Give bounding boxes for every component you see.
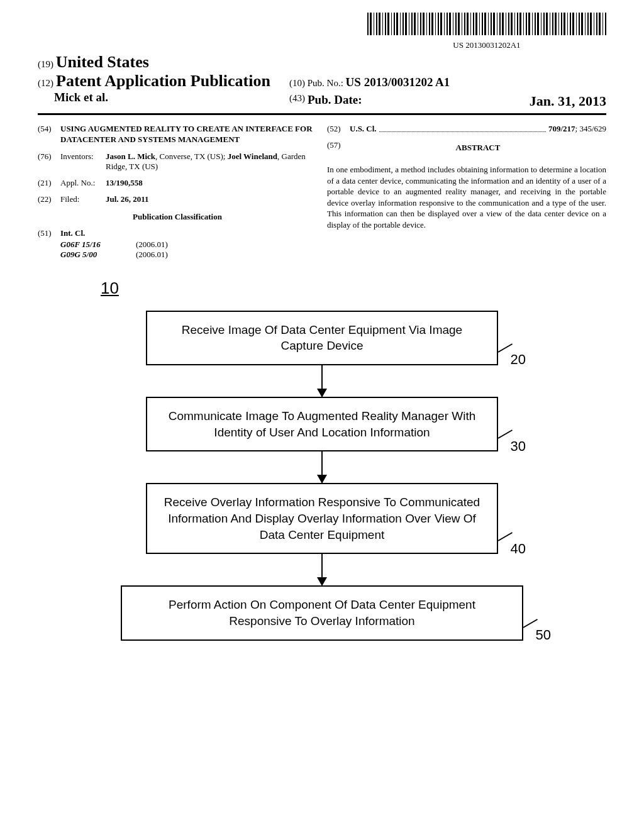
inventors-content: Jason L. Mick, Converse, TX (US); Joel W… <box>106 152 317 172</box>
flow-box-20: Receive Image Of Data Center Equipment V… <box>146 311 498 365</box>
intcl-list: G06F 15/16 (2006.01) G09G 5/00 (2006.01) <box>60 240 317 260</box>
flow-box-text: Perform Action On Component Of Data Cent… <box>169 598 475 628</box>
header-country-line: (19) United States <box>38 53 606 72</box>
flow-box-text: Receive Image Of Data Center Equipment V… <box>182 323 462 353</box>
filed-field: (22) Filed: Jul. 26, 2011 <box>38 194 317 204</box>
invention-title: USING AUGMENTED REALITY TO CREATE AN INT… <box>60 124 317 145</box>
field-52-num: (52) <box>327 124 350 134</box>
intcl-year: (2006.01) <box>136 250 168 260</box>
inventor-1-loc: , Converse, TX (US); <box>155 152 228 161</box>
flow-box-text: Receive Overlay Information Responsive T… <box>164 495 480 541</box>
field-12-num: (12) <box>38 78 53 88</box>
flow-ref-40: 40 <box>511 540 526 558</box>
field-10-num: (10) <box>289 78 305 88</box>
title-field: (54) USING AUGMENTED REALITY TO CREATE A… <box>38 124 317 145</box>
bibliographic-section: (54) USING AUGMENTED REALITY TO CREATE A… <box>38 124 606 260</box>
inventor-1-name: Jason L. Mick <box>106 152 155 161</box>
flow-box-30: Communicate Image To Augmented Reality M… <box>146 397 498 451</box>
uscl-field: (52) U.S. Cl. 709/217; 345/629 <box>327 124 606 134</box>
field-19-num: (19) <box>38 59 53 69</box>
inventors-label: Inventors: <box>60 152 106 172</box>
field-51-num: (51) <box>38 228 60 238</box>
intcl-row: G09G 5/00 (2006.01) <box>60 250 317 260</box>
header-doctype-line: (12) Patent Application Publication (10)… <box>38 72 606 91</box>
filed-value: Jul. 26, 2011 <box>106 194 317 204</box>
field-57-num: (57) <box>327 140 350 164</box>
figure-area: 10 Receive Image Of Data Center Equipmen… <box>38 279 606 641</box>
intcl-label: Int. Cl. <box>60 228 317 238</box>
appl-no-label: Appl. No.: <box>60 178 106 188</box>
intcl-code: G06F 15/16 <box>60 240 136 250</box>
divider-rule <box>38 113 606 115</box>
barcode-graphic <box>367 13 606 35</box>
intcl-field: (51) Int. Cl. <box>38 228 317 238</box>
abstract-text: In one embodiment, a method includes obt… <box>327 164 606 230</box>
field-21-num: (21) <box>38 178 60 188</box>
intcl-year: (2006.01) <box>136 240 168 250</box>
author-names: Mick et al. <box>38 91 108 104</box>
field-76-num: (76) <box>38 152 60 172</box>
biblio-right-column: (52) U.S. Cl. 709/217; 345/629 (57) ABST… <box>327 124 606 260</box>
flow-box-text: Communicate Image To Augmented Reality M… <box>169 409 476 439</box>
flow-box-50: Perform Action On Component Of Data Cent… <box>121 585 523 640</box>
flow-box-40: Receive Overlay Information Responsive T… <box>146 483 498 554</box>
appl-no-value: 13/190,558 <box>106 178 317 188</box>
field-22-num: (22) <box>38 194 60 204</box>
country-name: United States <box>56 53 149 71</box>
flow-ref-30: 30 <box>511 437 526 456</box>
pub-no-value: US 2013/0031202 A1 <box>346 75 450 89</box>
inventor-2-name: Joel Wineland <box>228 152 277 161</box>
flow-arrow <box>321 554 323 585</box>
pub-date-value: Jan. 31, 2013 <box>530 93 606 109</box>
field-54-num: (54) <box>38 124 60 145</box>
flow-ref-50: 50 <box>536 626 551 645</box>
doc-type: Patent Application Publication <box>56 72 270 90</box>
appl-no-field: (21) Appl. No.: 13/190,558 <box>38 178 317 188</box>
uscl-value: 709/217; 345/629 <box>548 124 606 134</box>
flow-arrow <box>321 451 323 483</box>
barcode-text: US 20130031202A1 <box>367 40 606 50</box>
flow-arrow <box>321 365 323 397</box>
pub-no-label: Pub. No.: <box>308 78 343 88</box>
flow-ref-20: 20 <box>511 350 526 369</box>
dotted-leader <box>379 131 546 132</box>
uscl-label: U.S. Cl. <box>350 124 377 134</box>
intcl-row: G06F 15/16 (2006.01) <box>60 240 317 250</box>
filed-label: Filed: <box>60 194 106 204</box>
intcl-code: G09G 5/00 <box>60 250 136 260</box>
flowchart: Receive Image Of Data Center Equipment V… <box>146 311 498 641</box>
field-43-num: (43) <box>289 93 305 109</box>
barcode-area: US 20130031202A1 <box>38 13 606 50</box>
figure-reference-number: 10 <box>101 279 606 298</box>
pub-date-label: Pub. Date: <box>308 93 362 109</box>
header-authors-line: Mick et al. (43) Pub. Date: Jan. 31, 201… <box>38 91 606 109</box>
pub-classification-heading: Publication Classification <box>38 212 317 222</box>
biblio-left-column: (54) USING AUGMENTED REALITY TO CREATE A… <box>38 124 317 260</box>
abstract-heading: ABSTRACT <box>350 143 606 153</box>
inventors-field: (76) Inventors: Jason L. Mick, Converse,… <box>38 152 317 172</box>
abstract-heading-row: (57) ABSTRACT <box>327 140 606 164</box>
